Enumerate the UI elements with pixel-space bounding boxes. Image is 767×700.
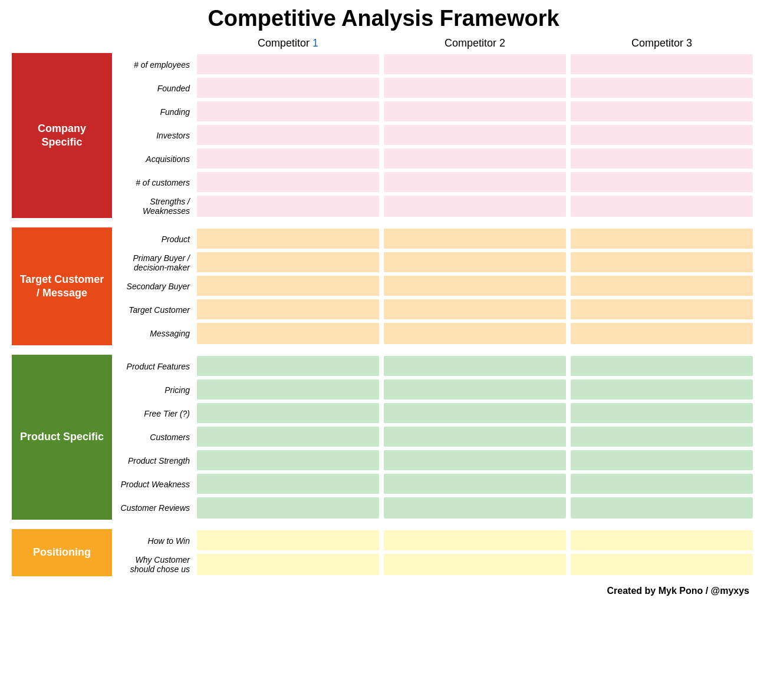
target-cell-row3-comp2[interactable]	[571, 299, 753, 321]
target-cell-row4-comp1[interactable]	[384, 323, 566, 344]
target-cell-row3-comp0[interactable]	[197, 299, 379, 321]
target-cell-row1-comp2[interactable]	[571, 252, 753, 273]
product-cell-row3-comp2[interactable]	[571, 427, 753, 448]
target-cell-row2-comp2[interactable]	[571, 276, 753, 297]
target-cell-row4-comp2[interactable]	[571, 323, 753, 344]
page-title: Competitive Analysis Framework	[12, 6, 755, 31]
company-row-label-0: # of employees	[112, 53, 195, 77]
company-row-label-6: Strengths / Weaknesses	[112, 194, 195, 218]
product-row-label-4: Product Strength	[112, 449, 195, 473]
product-cell-row6-comp2[interactable]	[571, 497, 753, 519]
product-row-label-3: Customers	[112, 425, 195, 449]
company-cell-row2-comp0[interactable]	[197, 101, 379, 123]
target-row-label-1: Primary Buyer / decision-maker	[112, 251, 195, 275]
company-cell-row2-comp2[interactable]	[571, 101, 753, 123]
positioning-row-label-1: Why Customer should chose us	[112, 553, 195, 576]
company-row-label-5: # of customers	[112, 171, 195, 194]
company-row-label-2: Funding	[112, 100, 195, 124]
target-cell-row1-comp0[interactable]	[197, 252, 379, 273]
footer-credit: Created by Myk Pono / @myxys	[12, 586, 755, 596]
product-cell-row1-comp1[interactable]	[384, 379, 566, 401]
company-cell-row5-comp0[interactable]	[197, 172, 379, 193]
section-company: Company Specific# of employeesFoundedFun…	[12, 53, 755, 218]
positioning-section-label: Positioning	[12, 529, 112, 576]
positioning-cell-row1-comp1[interactable]	[384, 554, 566, 575]
product-cell-row0-comp1[interactable]	[384, 356, 566, 377]
positioning-cell-row1-comp2[interactable]	[571, 554, 753, 575]
product-row-label-0: Product Features	[112, 355, 195, 378]
target-row-label-3: Target Customer	[112, 298, 195, 322]
company-cell-row3-comp0[interactable]	[197, 125, 379, 146]
target-cell-row0-comp1[interactable]	[384, 229, 566, 250]
target-cell-row0-comp0[interactable]	[197, 229, 379, 250]
product-cell-row5-comp1[interactable]	[384, 474, 566, 495]
product-section-label: Product Specific	[12, 355, 112, 520]
positioning-cell-row0-comp2[interactable]	[571, 530, 753, 552]
section-target: Target Customer / MessageProductPrimary …	[12, 227, 755, 345]
company-cell-row4-comp2[interactable]	[571, 148, 753, 170]
product-cell-row5-comp2[interactable]	[571, 474, 753, 495]
company-cell-row3-comp2[interactable]	[571, 125, 753, 146]
company-row-label-1: Founded	[112, 77, 195, 100]
company-cell-row1-comp1[interactable]	[384, 78, 566, 99]
target-row-label-4: Messaging	[112, 322, 195, 345]
company-cell-row6-comp1[interactable]	[384, 196, 566, 217]
product-cell-row4-comp2[interactable]	[571, 450, 753, 471]
product-cell-row4-comp0[interactable]	[197, 450, 379, 471]
company-cell-row6-comp2[interactable]	[571, 196, 753, 217]
company-cell-row0-comp0[interactable]	[197, 54, 379, 75]
target-cell-row4-comp0[interactable]	[197, 323, 379, 344]
product-cell-row5-comp0[interactable]	[197, 474, 379, 495]
product-cell-row4-comp1[interactable]	[384, 450, 566, 471]
positioning-row-label-0: How to Win	[112, 529, 195, 553]
target-cell-row1-comp1[interactable]	[384, 252, 566, 273]
company-row-label-4: Acquisitions	[112, 147, 195, 171]
product-cell-row6-comp0[interactable]	[197, 497, 379, 519]
target-cell-row0-comp2[interactable]	[571, 229, 753, 250]
product-cell-row6-comp1[interactable]	[384, 497, 566, 519]
product-cell-row1-comp2[interactable]	[571, 379, 753, 401]
product-row-label-5: Product Weakness	[112, 473, 195, 496]
section-product: Product SpecificProduct FeaturesPricingF…	[12, 355, 755, 520]
positioning-cell-row1-comp0[interactable]	[197, 554, 379, 575]
target-cell-row2-comp1[interactable]	[384, 276, 566, 297]
target-row-label-2: Secondary Buyer	[112, 275, 195, 298]
product-cell-row0-comp0[interactable]	[197, 356, 379, 377]
product-row-label-6: Customer Reviews	[112, 496, 195, 520]
competitor-1-header: Competitor 1	[195, 37, 381, 49]
company-section-label: Company Specific	[12, 53, 112, 218]
product-cell-row2-comp0[interactable]	[197, 403, 379, 424]
company-cell-row5-comp2[interactable]	[571, 172, 753, 193]
company-cell-row4-comp1[interactable]	[384, 148, 566, 170]
competitor-2-header: Competitor 2	[381, 37, 568, 49]
company-cell-row6-comp0[interactable]	[197, 196, 379, 217]
target-section-label: Target Customer / Message	[12, 227, 112, 345]
target-cell-row3-comp1[interactable]	[384, 299, 566, 321]
competitor-3-header: Competitor 3	[568, 37, 755, 49]
product-cell-row1-comp0[interactable]	[197, 379, 379, 401]
company-cell-row2-comp1[interactable]	[384, 101, 566, 123]
product-cell-row3-comp1[interactable]	[384, 427, 566, 448]
positioning-cell-row0-comp0[interactable]	[197, 530, 379, 552]
company-cell-row0-comp1[interactable]	[384, 54, 566, 75]
product-cell-row3-comp0[interactable]	[197, 427, 379, 448]
product-cell-row2-comp1[interactable]	[384, 403, 566, 424]
company-cell-row5-comp1[interactable]	[384, 172, 566, 193]
product-cell-row0-comp2[interactable]	[571, 356, 753, 377]
product-row-label-2: Free Tier (?)	[112, 402, 195, 425]
company-row-label-3: Investors	[112, 124, 195, 147]
company-cell-row3-comp1[interactable]	[384, 125, 566, 146]
company-cell-row4-comp0[interactable]	[197, 148, 379, 170]
section-positioning: PositioningHow to WinWhy Customer should…	[12, 529, 755, 576]
company-cell-row1-comp0[interactable]	[197, 78, 379, 99]
target-row-label-0: Product	[112, 227, 195, 251]
target-cell-row2-comp0[interactable]	[197, 276, 379, 297]
company-cell-row0-comp2[interactable]	[571, 54, 753, 75]
positioning-cell-row0-comp1[interactable]	[384, 530, 566, 552]
product-row-label-1: Pricing	[112, 378, 195, 402]
product-cell-row2-comp2[interactable]	[571, 403, 753, 424]
company-cell-row1-comp2[interactable]	[571, 78, 753, 99]
